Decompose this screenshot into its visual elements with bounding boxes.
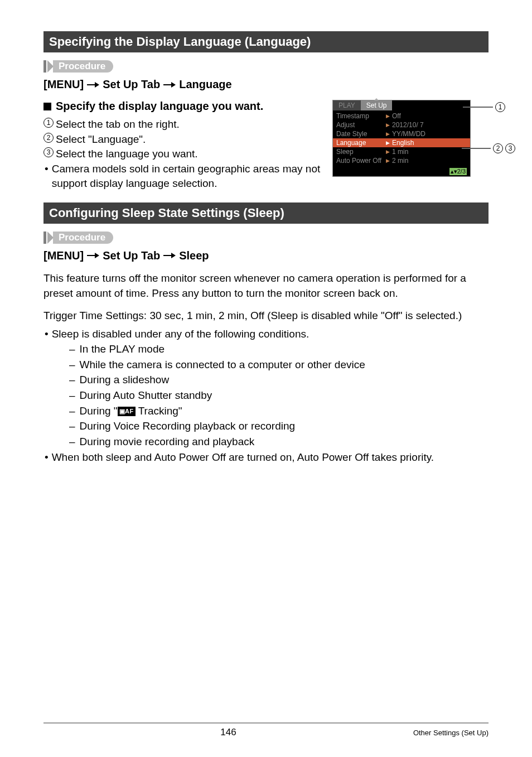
language-steps: 1Select the tab on the right. 2Select "L…: [43, 117, 321, 162]
callout-number-icon: 1: [495, 102, 505, 112]
step-1: 1Select the tab on the right.: [43, 117, 321, 132]
language-text-column: Specify the display language you want. 1…: [43, 100, 321, 191]
list-item-text-post: Tracking": [136, 405, 182, 417]
arrow-right-icon: [87, 252, 99, 259]
camera-tab-play: PLAY: [333, 100, 361, 110]
bullet-dot-icon: •: [45, 162, 49, 191]
camera-menu-row: Date Style▶YY/MM/DD: [336, 129, 467, 138]
list-item: –During movie recording and playback: [69, 434, 489, 450]
bullet-dot-icon: •: [45, 327, 49, 342]
language-subheading: Specify the display language you want.: [43, 100, 321, 113]
camera-menu-value: English: [392, 139, 414, 147]
dash-icon: –: [69, 357, 75, 373]
sleep-conditions-intro: • Sleep is disabled under any of the fol…: [43, 327, 489, 342]
callout-line-icon: [462, 148, 491, 149]
triangle-right-icon: ▶: [386, 148, 390, 156]
dash-icon: –: [69, 341, 75, 357]
menu-path-sleep: [MENU] Set Up Tab Sleep: [43, 249, 489, 262]
triangle-right-icon: ▶: [386, 130, 390, 138]
camera-screenshot-wrap: PLAY Set Up Timestamp▶Off Adjust▶2012/10…: [332, 100, 489, 191]
section-heading-language: Specifying the Display Language (Languag…: [43, 31, 489, 52]
menu-path-part: Set Up Tab: [103, 249, 160, 262]
section-heading-sleep: Configuring Sleep State Settings (Sleep): [43, 202, 489, 224]
camera-menu-row-highlight: Language▶English: [333, 138, 470, 147]
callout-number-icon: 3: [505, 143, 515, 153]
step-number-icon: 2: [43, 133, 54, 143]
af-tracking-icon: ▣AF: [118, 407, 136, 417]
square-bullet-icon: [43, 103, 51, 110]
camera-screenshot: PLAY Set Up Timestamp▶Off Adjust▶2012/10…: [332, 100, 471, 177]
language-subheading-text: Specify the display language you want.: [56, 100, 263, 113]
bullet-dot-icon: •: [45, 450, 49, 465]
camera-menu-row: Timestamp▶Off: [336, 112, 467, 120]
page-footer: 146 Other Settings (Set Up): [43, 722, 489, 738]
callout-1: 1: [463, 102, 505, 112]
list-item-text: During a slideshow: [80, 372, 170, 388]
dash-icon: –: [69, 403, 75, 419]
step-number-icon: 3: [43, 147, 54, 157]
arrow-right-icon: [163, 81, 176, 88]
procedure-label-wrap: Procedure: [43, 60, 489, 73]
camera-menu-body: Timestamp▶Off Adjust▶2012/10/ 7 Date Sty…: [333, 110, 470, 166]
camera-footer: ▴▾2/3: [333, 166, 470, 176]
triangle-right-icon: ▶: [386, 157, 390, 165]
menu-path-language: [MENU] Set Up Tab Language: [43, 78, 489, 91]
sleep-paragraph-1: This feature turns off the monitor scree…: [43, 271, 489, 301]
camera-menu-row: Sleep▶1 min: [336, 147, 467, 156]
step-text: Select "Language".: [56, 132, 146, 147]
sleep-paragraph-2: Trigger Time Settings: 30 sec, 1 min, 2 …: [43, 308, 489, 324]
camera-menu-value: YY/MM/DD: [392, 130, 425, 138]
step-number-icon: 1: [43, 118, 54, 128]
procedure-bar-icon: [43, 60, 46, 73]
language-note-text: Camera models sold in certain geographic…: [52, 162, 321, 191]
menu-path-part: Sleep: [179, 249, 209, 262]
list-item: –During Auto Shutter standby: [69, 388, 489, 403]
list-item-text-pre: During ": [80, 405, 118, 417]
camera-menu-key: Timestamp: [336, 112, 384, 120]
sleep-priority-note-text: When both sleep and Auto Power Off are t…: [52, 450, 434, 465]
list-item: –During Voice Recording playback or reco…: [69, 418, 489, 434]
list-item: –In the PLAY mode: [69, 341, 489, 357]
language-content-row: Specify the display language you want. 1…: [43, 100, 489, 191]
sleep-conditions-intro-text: Sleep is disabled under any of the follo…: [52, 327, 309, 342]
camera-tabs: PLAY Set Up: [333, 100, 470, 110]
camera-menu-key: Adjust: [336, 121, 384, 129]
menu-path-part: [MENU]: [43, 78, 84, 91]
procedure-label: Procedure: [53, 232, 113, 244]
dash-icon: –: [69, 372, 75, 388]
camera-menu-value: Off: [392, 112, 401, 120]
page-number: 146: [43, 727, 413, 738]
menu-path-part: Set Up Tab: [103, 78, 160, 91]
step-2: 2Select "Language".: [43, 132, 321, 147]
camera-menu-key: Date Style: [336, 130, 384, 138]
callout-number-icon: 2: [493, 143, 503, 153]
camera-menu-row: Adjust▶2012/10/ 7: [336, 120, 467, 129]
list-item: –While the camera is connected to a comp…: [69, 357, 489, 373]
dash-icon: –: [69, 388, 75, 403]
arrow-right-icon: [87, 81, 99, 88]
camera-menu-row: Auto Power Off▶2 min: [336, 156, 467, 165]
list-item: – During "▣AF Tracking": [69, 403, 489, 419]
list-item-text: While the camera is connected to a compu…: [80, 357, 365, 373]
callout-line-icon: [463, 107, 493, 108]
menu-path-part: [MENU]: [43, 249, 84, 262]
menu-path-part: Language: [179, 78, 231, 91]
sleep-conditions-list: –In the PLAY mode –While the camera is c…: [43, 341, 489, 449]
procedure-bar-icon: [43, 232, 46, 244]
camera-menu-key: Sleep: [336, 148, 384, 156]
list-item-text: During Voice Recording playback or recor…: [80, 418, 296, 434]
triangle-right-icon: ▶: [386, 121, 390, 129]
camera-tab-setup: Set Up: [361, 100, 393, 110]
procedure-label-wrap: Procedure: [43, 232, 489, 244]
dash-icon: –: [69, 418, 75, 434]
camera-menu-key: Auto Power Off: [336, 157, 384, 165]
language-note: • Camera models sold in certain geograph…: [43, 162, 321, 191]
camera-menu-value: 2012/10/ 7: [392, 121, 424, 129]
triangle-right-icon: ▶: [386, 139, 390, 147]
list-item-text: In the PLAY mode: [80, 341, 165, 357]
list-item-text: During Auto Shutter standby: [80, 388, 212, 403]
list-item-text: During "▣AF Tracking": [80, 403, 182, 419]
triangle-right-icon: ▶: [386, 112, 390, 120]
camera-page-indicator: ▴▾2/3: [449, 168, 467, 175]
step-text: Select the tab on the right.: [56, 117, 180, 132]
